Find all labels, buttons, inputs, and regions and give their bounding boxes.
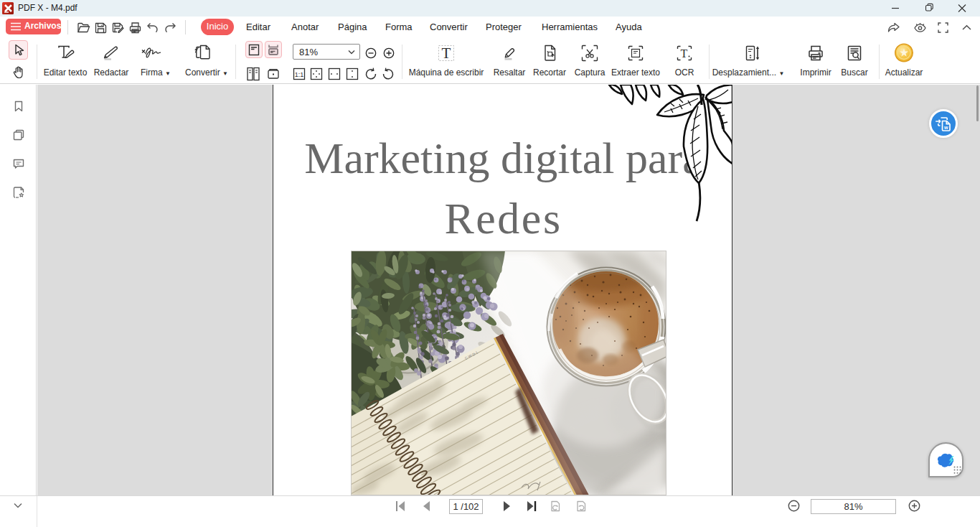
svg-text:w: w bbox=[943, 125, 948, 130]
svg-text:T: T bbox=[681, 47, 688, 60]
svg-text:T: T bbox=[442, 45, 451, 62]
svg-text:1:1: 1:1 bbox=[295, 71, 304, 78]
